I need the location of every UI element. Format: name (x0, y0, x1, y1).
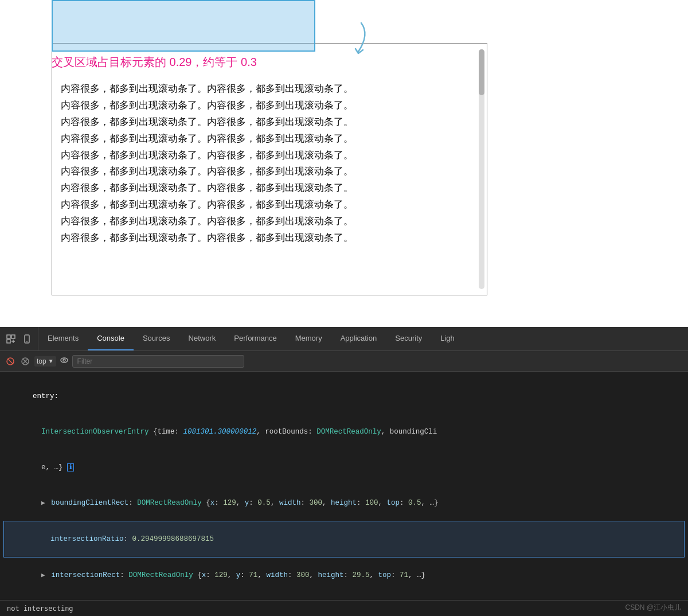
intersection-label: 交叉区域占目标元素的 0.29，约等于 0.3 (52, 54, 257, 70)
console-intersection-ratio: intersectionRatio: 0.29499998688697815 (3, 521, 685, 557)
content-line-1: 内容很多，都多到出现滚动条了。内容很多，都多到出现滚动条了。 (61, 81, 478, 98)
content-line-10: 内容很多，都多到出现滚动条了。内容很多，都多到出现滚动条了。 (61, 230, 478, 247)
devtools-icon-group (0, 327, 38, 350)
console-observer-entry-cont: e, …} ℹ (0, 450, 688, 485)
tab-lighthouse[interactable]: Ligh (431, 327, 464, 350)
svg-rect-0 (7, 335, 10, 338)
console-entry-header: entry: (0, 379, 688, 414)
tab-elements[interactable]: Elements (38, 327, 88, 350)
svg-point-12 (61, 358, 68, 362)
expand-triangle-1[interactable]: ▶ (41, 498, 45, 509)
content-line-5: 内容很多，都多到出现滚动条了。内容很多，都多到出现滚动条了。 (61, 147, 478, 164)
tab-console[interactable]: Console (88, 327, 134, 350)
console-bounding-rect: ▶ boundingClientRect: DOMRectReadOnly {x… (0, 485, 688, 521)
console-output[interactable]: entry: IntersectionObserverEntry {time: … (0, 372, 688, 600)
csdn-watermark: CSDN @江小虫儿 (625, 603, 681, 613)
highlight-box (52, 0, 315, 52)
mobile-icon[interactable] (21, 333, 33, 345)
svg-rect-1 (11, 335, 15, 338)
content-line-9: 内容很多，都多到出现滚动条了。内容很多，都多到出现滚动条了。 (61, 213, 478, 230)
context-selector[interactable]: top ▼ (34, 356, 56, 367)
clear-console-icon[interactable] (5, 356, 16, 367)
tab-performance[interactable]: Performance (225, 327, 286, 350)
content-line-8: 内容很多，都多到出现滚动条了。内容很多，都多到出现滚动条了。 (61, 197, 478, 213)
devtools-status-bar: not intersecting CSDN @江小虫儿 (0, 600, 688, 616)
browser-preview: 交叉区域占目标元素的 0.29，约等于 0.3 内容很多，都多到出现滚动条了。内… (0, 0, 688, 327)
tab-sources[interactable]: Sources (134, 327, 179, 350)
tab-memory[interactable]: Memory (286, 327, 331, 350)
console-is-intersecting: isIntersecting: false (0, 593, 688, 600)
scroll-content: 内容很多，都多到出现滚动条了。内容很多，都多到出现滚动条了。 内容很多，都多到出… (52, 44, 487, 258)
svg-rect-2 (7, 340, 10, 343)
tab-security[interactable]: Security (386, 327, 431, 350)
context-label: top (37, 357, 46, 365)
content-line-6: 内容很多，都多到出现滚动条了。内容很多，都多到出现滚动条了。 (61, 163, 478, 180)
svg-point-6 (26, 341, 28, 342)
scrollbar-track[interactable] (479, 49, 484, 289)
tab-network[interactable]: Network (179, 327, 225, 350)
expand-triangle-2[interactable]: ▶ (41, 571, 45, 581)
console-observer-entry: IntersectionObserverEntry {time: 1081301… (0, 414, 688, 450)
scrollbar-thumb[interactable] (479, 49, 484, 95)
stop-icon[interactable] (19, 356, 31, 367)
filter-input[interactable] (72, 355, 244, 368)
scroll-container[interactable]: 内容很多，都多到出现滚动条了。内容很多，都多到出现滚动条了。 内容很多，都多到出… (52, 43, 487, 295)
content-line-2: 内容很多，都多到出现滚动条了。内容很多，都多到出现滚动条了。 (61, 98, 478, 114)
devtools-panel: Elements Console Sources Network Perform… (0, 327, 688, 616)
svg-line-8 (8, 359, 13, 364)
tab-application[interactable]: Application (331, 327, 386, 350)
devtools-toolbar: top ▼ (0, 351, 688, 372)
status-text: not intersecting (7, 605, 73, 613)
dropdown-arrow: ▼ (48, 358, 54, 364)
eye-icon[interactable] (60, 356, 69, 367)
devtools-tab-bar: Elements Console Sources Network Perform… (0, 327, 688, 351)
arrow-annotation (327, 17, 373, 65)
content-line-7: 内容很多，都多到出现滚动条了。内容很多，都多到出现滚动条了。 (61, 180, 478, 197)
svg-point-13 (63, 359, 65, 361)
content-line-3: 内容很多，都多到出现滚动条了。内容很多，都多到出现滚动条了。 (61, 114, 478, 131)
console-intersection-rect: ▶ intersectionRect: DOMRectReadOnly {x: … (0, 557, 688, 593)
content-line-4: 内容很多，都多到出现滚动条了。内容很多，都多到出现滚动条了。 (61, 131, 478, 147)
inspector-icon[interactable] (5, 333, 17, 345)
